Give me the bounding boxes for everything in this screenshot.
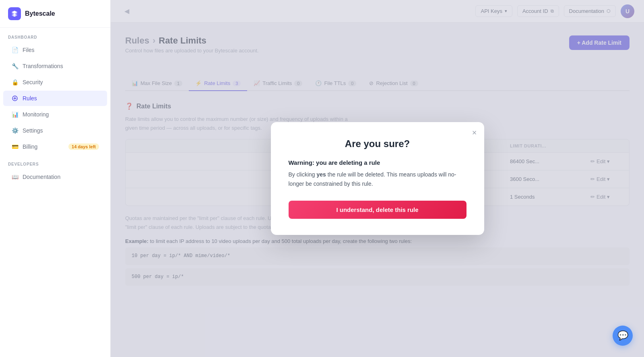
sidebar-item-rules[interactable]: Rules xyxy=(3,91,107,106)
billing-icon: 💳 xyxy=(11,143,19,150)
sidebar-item-billing-label: Billing xyxy=(23,143,37,150)
sidebar-item-documentation-label: Documentation xyxy=(23,174,60,180)
transform-icon: 🔧 xyxy=(11,62,19,70)
sidebar-item-settings[interactable]: ⚙️ Settings xyxy=(3,123,107,138)
support-button[interactable]: 💬 xyxy=(613,326,633,346)
logo: Bytescale xyxy=(0,0,110,28)
sidebar-item-documentation[interactable]: 📖 Documentation xyxy=(3,169,107,185)
main: ◀ API Keys ▾ Account ID ⧉ Documentation … xyxy=(111,0,644,357)
sidebar-item-files-label: Files xyxy=(23,47,35,53)
sidebar-item-transformations[interactable]: 🔧 Transformations xyxy=(3,58,107,74)
sidebar-item-transformations-label: Transformations xyxy=(23,63,63,69)
sidebar-item-security-label: Security xyxy=(23,79,43,85)
file-icon: 📄 xyxy=(11,46,19,54)
sidebar: Bytescale DASHBOARD 📄 Files 🔧 Transforma… xyxy=(0,0,111,357)
sidebar-item-rules-label: Rules xyxy=(23,95,37,102)
modal-title: Are you sure? xyxy=(289,138,466,149)
modal-confirm-button[interactable]: I understand, delete this rule xyxy=(289,201,466,219)
sidebar-item-files[interactable]: 📄 Files xyxy=(3,42,107,58)
modal-overlay[interactable]: × Are you sure? Warning: you are deletin… xyxy=(111,0,644,357)
chart-icon: 📊 xyxy=(11,111,19,118)
logo-svg xyxy=(11,10,18,17)
gear-icon: ⚙️ xyxy=(11,127,19,134)
sidebar-item-billing[interactable]: 💳 Billing 14 days left xyxy=(3,139,107,154)
billing-badge: 14 days left xyxy=(68,143,99,150)
modal-text-before-yes: By clicking xyxy=(289,171,317,178)
sidebar-item-monitoring-label: Monitoring xyxy=(23,111,49,118)
developers-section-label: DEVELOPERS xyxy=(0,155,110,169)
modal-yes-text: yes xyxy=(317,171,326,178)
lock-icon: 🔒 xyxy=(11,79,19,86)
modal-warning-title: Warning: you are deleting a rule xyxy=(289,159,466,166)
sidebar-item-security[interactable]: 🔒 Security xyxy=(3,75,107,90)
modal-close-button[interactable]: × xyxy=(472,129,477,137)
dashboard-section-label: DASHBOARD xyxy=(0,28,110,42)
modal-warning-text: By clicking yes the rule will be deleted… xyxy=(289,170,466,189)
sidebar-item-settings-label: Settings xyxy=(23,127,43,134)
logo-icon xyxy=(8,7,21,20)
modal: × Are you sure? Warning: you are deletin… xyxy=(271,122,484,235)
rules-icon xyxy=(11,95,19,102)
logo-text: Bytescale xyxy=(25,10,55,17)
sidebar-item-monitoring[interactable]: 📊 Monitoring xyxy=(3,107,107,122)
book-icon: 📖 xyxy=(11,173,19,181)
support-icon: 💬 xyxy=(617,330,628,341)
